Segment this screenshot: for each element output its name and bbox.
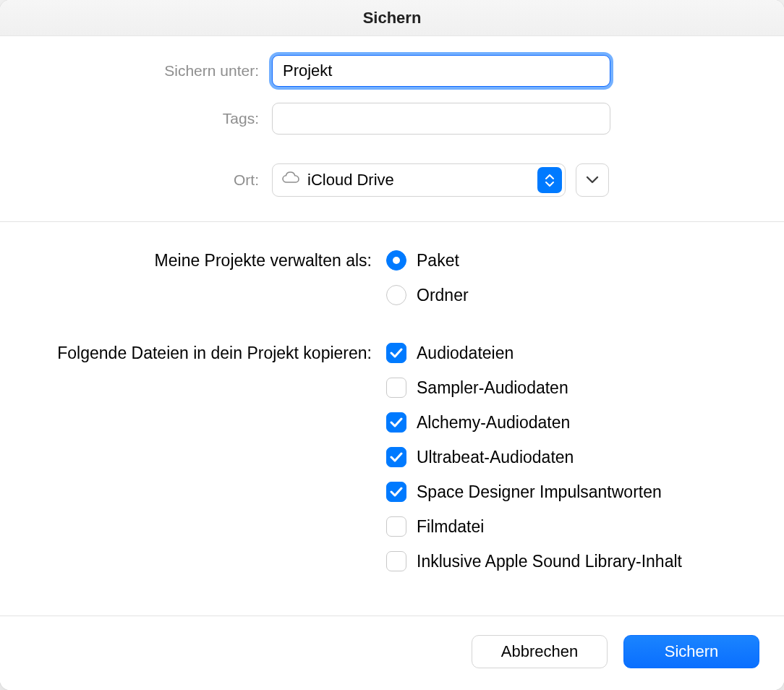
- checkbox-label: Audiodateien: [417, 341, 514, 365]
- radio-label: Paket: [417, 248, 459, 273]
- dialog-title: Sichern: [0, 0, 784, 36]
- location-row: Ort: iCloud Drive: [29, 163, 755, 197]
- copy-checkbox-3[interactable]: Ultrabeat-Audiodaten: [386, 445, 682, 469]
- copy-checkbox-5[interactable]: Filmdatei: [386, 514, 682, 539]
- checkbox-icon: [386, 482, 406, 502]
- manage-as-row: Meine Projekte verwalten als: PaketOrdne…: [27, 248, 757, 307]
- checkbox-label: Space Designer Impulsantworten: [417, 480, 662, 504]
- cancel-button[interactable]: Abbrechen: [472, 635, 608, 668]
- copy-checkbox-4[interactable]: Space Designer Impulsantworten: [386, 480, 682, 504]
- checkbox-label: Ultrabeat-Audiodaten: [417, 445, 574, 469]
- tags-label: Tags:: [29, 110, 272, 127]
- location-stepper-icon: [537, 167, 562, 193]
- radio-icon: [386, 285, 406, 305]
- checkbox-icon: [386, 551, 406, 571]
- options-section: Meine Projekte verwalten als: PaketOrdne…: [0, 222, 784, 616]
- cloud-icon: [281, 171, 307, 189]
- checkbox-icon: [386, 447, 406, 467]
- checkbox-label: Inklusive Apple Sound Library-Inhalt: [417, 549, 682, 574]
- manage-radio-1[interactable]: Ordner: [386, 283, 469, 307]
- checkbox-label: Filmdatei: [417, 514, 484, 539]
- checkbox-icon: [386, 516, 406, 537]
- manage-radio-0[interactable]: Paket: [386, 248, 469, 273]
- filename-row: Sichern unter:: [29, 55, 755, 87]
- radio-label: Ordner: [417, 283, 469, 307]
- filename-input[interactable]: [272, 55, 610, 87]
- checkbox-label: Alchemy-Audiodaten: [417, 410, 570, 435]
- checkbox-icon: [386, 378, 406, 398]
- tags-row: Tags:: [29, 103, 755, 135]
- location-label: Ort:: [29, 171, 272, 189]
- save-button[interactable]: Sichern: [623, 635, 759, 668]
- tags-input[interactable]: [272, 103, 610, 135]
- copy-files-label: Folgende Dateien in dein Projekt kopiere…: [27, 341, 386, 365]
- copy-checkbox-1[interactable]: Sampler-Audiodaten: [386, 375, 682, 400]
- dialog-footer: Abbrechen Sichern: [0, 616, 784, 690]
- copy-checkbox-0[interactable]: Audiodateien: [386, 341, 682, 365]
- expand-location-button[interactable]: [576, 163, 609, 197]
- copy-files-row: Folgende Dateien in dein Projekt kopiere…: [27, 341, 757, 574]
- checkbox-icon: [386, 412, 406, 433]
- chevron-down-icon: [586, 174, 599, 187]
- location-value: iCloud Drive: [307, 171, 394, 189]
- location-select[interactable]: iCloud Drive: [272, 163, 566, 197]
- copy-checkbox-2[interactable]: Alchemy-Audiodaten: [386, 410, 682, 435]
- checkbox-label: Sampler-Audiodaten: [417, 375, 568, 400]
- filename-label: Sichern unter:: [29, 62, 272, 80]
- file-info-section: Sichern unter: Tags: Ort: iCloud Drive: [0, 36, 784, 221]
- radio-icon: [386, 250, 406, 271]
- manage-as-label: Meine Projekte verwalten als:: [27, 248, 386, 273]
- checkbox-icon: [386, 343, 406, 363]
- copy-checkbox-6[interactable]: Inklusive Apple Sound Library-Inhalt: [386, 549, 682, 574]
- save-dialog: Sichern Sichern unter: Tags: Ort: iCloud…: [0, 0, 784, 690]
